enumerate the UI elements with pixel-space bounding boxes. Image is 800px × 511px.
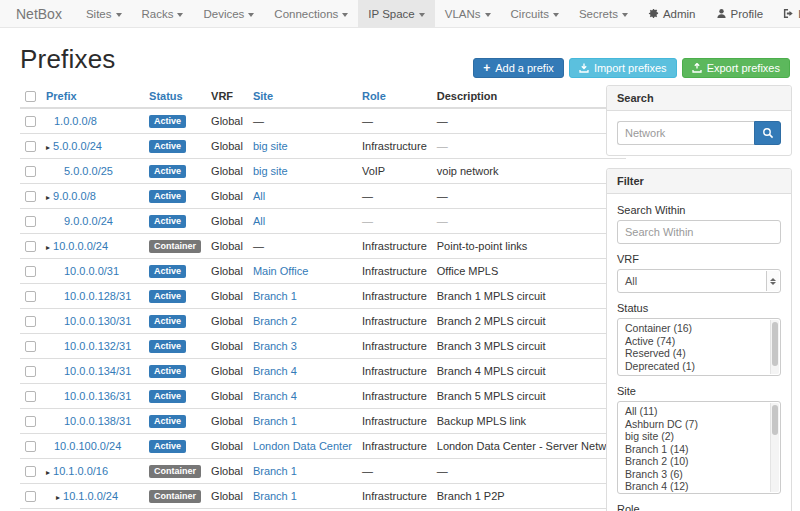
row-checkbox[interactable]: [25, 116, 36, 127]
status-option[interactable]: Deprecated (1): [618, 360, 768, 373]
site-option[interactable]: All (11): [618, 405, 768, 418]
site-link[interactable]: Branch 1: [253, 465, 297, 477]
site-link[interactable]: Branch 1: [253, 290, 297, 302]
export-prefixes-button[interactable]: Export prefixes: [682, 58, 790, 78]
prefix-link[interactable]: 10.0.0.134/31: [64, 365, 131, 377]
column-header-prefix[interactable]: Prefix: [41, 85, 144, 108]
prefix-link[interactable]: 10.0.0.0/24: [53, 240, 108, 252]
row-checkbox[interactable]: [25, 166, 36, 177]
row-checkbox[interactable]: [25, 416, 36, 427]
row-checkbox[interactable]: [25, 391, 36, 402]
triangle-right-icon[interactable]: ▸: [46, 243, 50, 252]
site-link[interactable]: Branch 1: [253, 415, 297, 427]
site-link[interactable]: All: [253, 190, 265, 202]
column-header-role[interactable]: Role: [357, 85, 432, 108]
site-option[interactable]: Branch 1 (14): [618, 443, 768, 456]
netbox-brand[interactable]: NetBox: [0, 0, 76, 27]
site-link[interactable]: Branch 4: [253, 365, 297, 377]
site-option[interactable]: Branch 3 (6): [618, 468, 768, 481]
row-checkbox[interactable]: [25, 341, 36, 352]
site-link[interactable]: Branch 3: [253, 340, 297, 352]
site-link[interactable]: big site: [253, 140, 288, 152]
search-within-input[interactable]: [617, 220, 781, 244]
status-listbox[interactable]: Container (16)Active (74)Reserved (4)Dep…: [617, 318, 781, 376]
nav-item-vlans[interactable]: VLANs: [435, 0, 501, 27]
nav-item-secrets[interactable]: Secrets: [569, 0, 638, 27]
search-within-label: Search Within: [617, 204, 781, 216]
prefix-link[interactable]: 10.0.0.130/31: [64, 315, 131, 327]
site-link[interactable]: Branch 4: [253, 390, 297, 402]
role-cell: Infrastructure: [357, 384, 432, 409]
site-link[interactable]: Main Office: [253, 265, 308, 277]
site-option[interactable]: Ashburn DC (7): [618, 418, 768, 431]
status-badge: Active: [149, 365, 186, 378]
row-checkbox[interactable]: [25, 291, 36, 302]
site-option[interactable]: big site (2): [618, 430, 768, 443]
add-prefix-button[interactable]: + Add a prefix: [473, 58, 564, 78]
role-cell: —: [357, 459, 432, 484]
prefix-link[interactable]: 9.0.0.0/24: [64, 215, 113, 227]
select-all-checkbox[interactable]: [25, 91, 36, 102]
prefix-link[interactable]: 10.0.100.0/24: [54, 440, 121, 452]
row-checkbox[interactable]: [25, 266, 36, 277]
nav-item-racks[interactable]: Racks: [132, 0, 194, 27]
column-header-site[interactable]: Site: [248, 85, 357, 108]
site-link[interactable]: big site: [253, 165, 288, 177]
nav-item-connections[interactable]: Connections: [264, 0, 358, 27]
nav-item-circuits[interactable]: Circuits: [501, 0, 569, 27]
site-option[interactable]: Branch 2 (10): [618, 455, 768, 468]
status-scrollbar[interactable]: [770, 320, 779, 374]
search-input[interactable]: [617, 121, 754, 145]
site-cell: All: [248, 184, 357, 209]
site-cell: Branch 2: [248, 309, 357, 334]
site-scrollbar[interactable]: [770, 403, 779, 492]
site-link[interactable]: London Data Center: [253, 440, 352, 452]
prefix-link[interactable]: 10.0.0.138/31: [64, 415, 131, 427]
empty-value-dash: —: [437, 190, 448, 202]
row-checkbox[interactable]: [25, 366, 36, 377]
triangle-right-icon[interactable]: ▸: [46, 193, 50, 202]
site-link[interactable]: Branch 2: [253, 315, 297, 327]
row-checkbox[interactable]: [25, 441, 36, 452]
prefix-link[interactable]: 10.0.0.0/31: [64, 265, 119, 277]
vrf-label: VRF: [617, 253, 781, 265]
nav-item-ip-space[interactable]: IP Space: [358, 0, 434, 27]
site-link[interactable]: All: [253, 215, 265, 227]
triangle-right-icon[interactable]: ▸: [46, 143, 50, 152]
vrf-select[interactable]: All: [617, 269, 781, 293]
prefix-link[interactable]: 5.0.0.0/24: [53, 140, 102, 152]
site-option[interactable]: Branch 4 (12): [618, 480, 768, 493]
row-checkbox[interactable]: [25, 241, 36, 252]
column-header-status[interactable]: Status: [144, 85, 206, 108]
prefix-link[interactable]: 9.0.0.0/8: [53, 190, 96, 202]
search-button[interactable]: [754, 121, 781, 145]
status-option[interactable]: Reserved (4): [618, 347, 768, 360]
profile-link[interactable]: Profile: [706, 0, 774, 28]
row-checkbox[interactable]: [25, 191, 36, 202]
triangle-right-icon[interactable]: ▸: [46, 468, 50, 477]
prefix-link[interactable]: 1.0.0.0/8: [54, 115, 97, 127]
import-prefixes-button[interactable]: Import prefixes: [569, 58, 677, 78]
site-option[interactable]: Branch 5 (7): [618, 493, 768, 495]
admin-link[interactable]: Admin: [638, 0, 706, 28]
prefix-row: 10.0.0.136/31ActiveGlobalBranch 4Infrast…: [20, 384, 626, 409]
nav-item-sites[interactable]: Sites: [76, 0, 132, 27]
prefix-link[interactable]: 10.1.0.0/24: [63, 490, 118, 502]
logout-link[interactable]: Log out: [773, 0, 800, 28]
prefix-link[interactable]: 5.0.0.0/25: [64, 165, 113, 177]
row-checkbox[interactable]: [25, 491, 36, 502]
triangle-right-icon[interactable]: ▸: [56, 493, 60, 502]
prefix-link[interactable]: 10.0.0.132/31: [64, 340, 131, 352]
prefix-link[interactable]: 10.0.0.128/31: [64, 290, 131, 302]
row-checkbox[interactable]: [25, 466, 36, 477]
site-listbox[interactable]: All (11)Ashburn DC (7)big site (2)Branch…: [617, 401, 781, 494]
status-option[interactable]: Active (74): [618, 335, 768, 348]
prefix-link[interactable]: 10.1.0.0/16: [53, 465, 108, 477]
row-checkbox[interactable]: [25, 141, 36, 152]
status-option[interactable]: Container (16): [618, 322, 768, 335]
row-checkbox[interactable]: [25, 316, 36, 327]
site-link[interactable]: Branch 1: [253, 490, 297, 502]
row-checkbox[interactable]: [25, 216, 36, 227]
nav-item-devices[interactable]: Devices: [193, 0, 264, 27]
prefix-link[interactable]: 10.0.0.136/31: [64, 390, 131, 402]
